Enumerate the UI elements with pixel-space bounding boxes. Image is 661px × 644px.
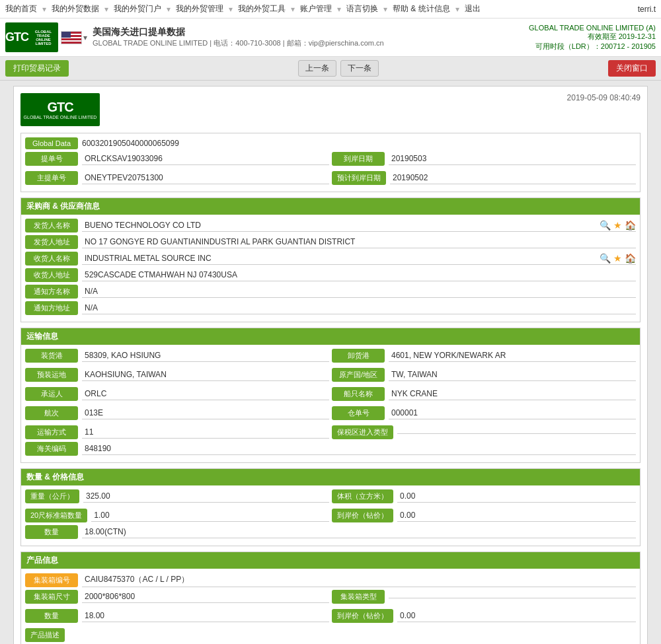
qty-row: 数量 18.00(CTN) [25,525,636,539]
main-bill-label: 主提单号 [25,171,78,185]
product-arrival-price-row: 到岸价（钻价） 0.00 [332,609,636,623]
shipper-name-field: BUENO TECHNOLOGY CO LTD 🔍 ★ 🏠 [82,219,636,232]
nav-help[interactable]: 帮助 & 统计信息 [393,3,450,15]
account-expiry: 有效期至 2019-12-31 [529,32,656,42]
nav-logout[interactable]: 退出 [465,3,481,15]
buyer-seller-header: 采购商 & 供应商信息 [21,198,640,215]
nav-my-trade-data[interactable]: 我的外贸数据 [52,3,99,15]
main-bill-value: ONEYTPEV20751300 [82,172,329,184]
bill-no-label: 提单号 [25,152,78,166]
warehouse-value: 000001 [389,407,636,419]
ftz-type-value [397,431,636,434]
print-button[interactable]: 打印贸易记录 [5,60,69,77]
voyage-row: 航次 013E [25,406,329,420]
global-data-value: 6003201905040000065099 [82,139,179,148]
container-detail-grid: 集装箱尺寸 2000*806*800 集装箱类型 数量 18.00 到岸价（钻价… [25,590,636,626]
container-no-label: 集装箱编号 [25,573,78,587]
pre-load-label: 预装运地 [25,368,78,382]
container-type-row: 集装箱类型 [332,590,636,604]
vessel-row: 船只名称 NYK CRANE [332,387,636,401]
consignee-search-icon[interactable]: 🔍 [600,253,611,264]
vessel-value: NYK CRANE [389,388,636,400]
arrival-price-value: 0.00 [397,509,636,522]
container-size-row: 集装箱尺寸 2000*806*800 [25,590,329,604]
shipper-addr-label: 发货人地址 [25,235,78,249]
notify-name-row: 通知方名称 N/A [25,285,636,299]
voyage-value: 013E [82,407,329,419]
main-content: GTC GLOBAL TRADE ONLINE LIMITED 2019-05-… [0,81,661,644]
product-qty-value: 18.00 [82,610,329,622]
notify-addr-value: N/A [82,302,636,314]
notify-name-label: 通知方名称 [25,285,78,299]
warehouse-row: 仓单号 000001 [332,406,636,420]
navigation-buttons: 上一条 下一条 [298,60,379,77]
origin-country-value: TW, TAIWAN [389,369,636,381]
arrival-date-row: 到岸日期 20190503 [332,152,636,166]
volume-value: 0.00 [397,490,636,503]
buyer-seller-section: 采购商 & 供应商信息 发货人名称 BUENO TECHNOLOGY CO LT… [20,197,641,322]
shipper-home-icon[interactable]: 🏠 [625,220,636,231]
document-timestamp: 2019-05-09 08:40:49 [567,93,641,102]
buyer-seller-body: 发货人名称 BUENO TECHNOLOGY CO LTD 🔍 ★ 🏠 发货人地… [21,215,640,322]
weight-row: 重量（公斤） 325.00 [25,489,329,503]
nav-account[interactable]: 账户管理 [300,3,332,15]
document-logo: GTC GLOBAL TRADE ONLINE LIMITED [20,93,100,126]
main-bill-row: 主提单号 ONEYTPEV20751300 [25,171,329,185]
arrival-date-value: 20190503 [389,153,636,165]
est-arrival-label: 预计到岸日期 [332,171,386,185]
loading-port-row: 装货港 58309, KAO HSIUNG [25,349,329,363]
container20-row: 20尺标准箱数量 1.00 [25,509,329,522]
page-title: 美国海关进口提单数据 [93,26,384,38]
logo: GTC GLOBAL TRADEONLINE LIMITED [5,22,58,52]
warehouse-label: 仓单号 [332,406,385,420]
container-type-label: 集装箱类型 [332,590,385,604]
close-button[interactable]: 关闭窗口 [608,60,656,77]
vessel-label: 船只名称 [332,387,385,401]
global-data-row: Global Data 6003201905040000065099 [25,137,636,149]
consignee-star-icon[interactable]: ★ [613,253,622,264]
shipper-star-icon[interactable]: ★ [613,220,622,231]
header-info: 美国海关进口提单数据 GLOBAL TRADE ONLINE LIMITED |… [93,26,384,48]
bill-no-value: ORLCKSAV19033096 [82,153,329,165]
est-arrival-row: 预计到岸日期 20190502 [332,171,636,185]
header-subtitle: GLOBAL TRADE ONLINE LIMITED | 电话：400-710… [93,38,384,48]
next-button[interactable]: 下一条 [340,60,379,77]
quantity-price-body: 重量（公斤） 325.00 体积（立方米） 0.00 20尺标准箱数量 1.00… [21,485,640,546]
prev-button[interactable]: 上一条 [298,60,336,77]
global-data-label: Global Data [25,137,78,149]
consignee-name-row: 收货人名称 INDUSTRIAL METAL SOURCE INC 🔍 ★ 🏠 [25,252,636,266]
top-navigation: 我的首页 ▾ 我的外贸数据 ▾ 我的外贸门户 ▾ 我的外贸管理 ▾ 我的外贸工具… [0,0,661,18]
shipper-search-icon[interactable]: 🔍 [600,220,611,231]
nav-language[interactable]: 语言切换 [346,3,378,15]
basic-info-body: Global Data 6003201905040000065099 提单号 O… [21,133,640,192]
qty-label: 数量 [25,525,78,539]
transport-mode-row: 运输方式 11 [25,425,329,439]
arrival-price-label: 到岸价（钻价） [332,509,393,522]
top-toolbar: 打印贸易记录 上一条 下一条 关闭窗口 [0,57,661,81]
qty-value: 18.00(CTN) [82,526,636,538]
consignee-addr-row: 收货人地址 529CASCADE CTMAHWAH NJ 07430USA [25,268,636,282]
notify-addr-label: 通知方地址 [25,301,78,315]
account-ldr: 可用时段（LDR）：200712 - 201905 [529,42,656,52]
nav-my-trade-mgmt[interactable]: 我的外贸管理 [176,3,223,15]
flag-usa: ▾ [61,31,87,44]
container-no-value: CAIU8475370（AC / L / PP） [82,573,636,587]
user-info: terri.t [638,5,656,14]
basic-info-section: Global Data 6003201905040000065099 提单号 O… [20,133,641,192]
nav-my-trade-portal[interactable]: 我的外贸门户 [114,3,161,15]
customs-code-value: 848190 [82,443,636,455]
est-arrival-value: 20190502 [390,172,636,184]
volume-label: 体积（立方米） [332,489,393,503]
shipper-name-value: BUENO TECHNOLOGY CO LTD [82,219,597,231]
document-header: GTC GLOBAL TRADE ONLINE LIMITED 2019-05-… [20,93,641,126]
nav-home[interactable]: 我的首页 [5,3,37,15]
transport-mode-value: 11 [82,426,329,439]
container-size-label: 集装箱尺寸 [25,590,78,604]
top-nav-links: 我的首页 ▾ 我的外贸数据 ▾ 我的外贸门户 ▾ 我的外贸管理 ▾ 我的外贸工具… [5,3,481,15]
pre-load-value: KAOHSIUNG, TAIWAN [82,369,329,381]
nav-my-trade-tools[interactable]: 我的外贸工具 [238,3,286,15]
consignee-home-icon[interactable]: 🏠 [625,253,636,264]
container-type-value [389,595,636,598]
weight-value: 325.00 [83,490,329,503]
transport-body: 装货港 58309, KAO HSIUNG 卸货港 4601, NEW YORK… [21,345,640,462]
